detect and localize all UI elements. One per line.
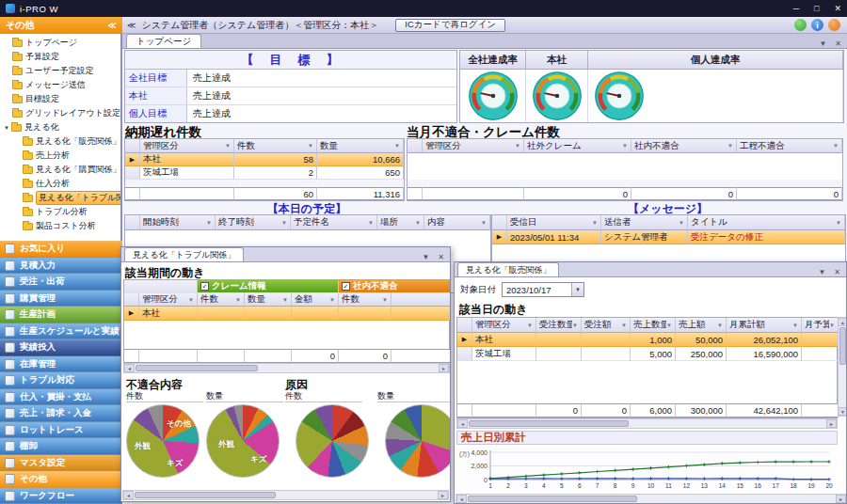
filter-icon[interactable]: ▼ bbox=[833, 143, 839, 149]
table-row[interactable]: ▶本社1,00050,00026,052,100 bbox=[457, 333, 837, 347]
column-header[interactable]: 売上額▼ bbox=[676, 318, 727, 333]
group-header-claims[interactable]: ✓クレーム情報 bbox=[198, 280, 339, 293]
column-header[interactable]: 件数▼ bbox=[234, 139, 317, 153]
filter-icon[interactable]: ▼ bbox=[621, 323, 627, 328]
tree-item[interactable]: 見える化「トラブル関係」 bbox=[0, 191, 120, 205]
alert-icon[interactable] bbox=[828, 19, 840, 31]
table-row[interactable]: ▶2023/05/01 11:34システム管理者受注データの修正 bbox=[492, 230, 845, 244]
trouble-window-menu-button[interactable]: ▼ bbox=[422, 253, 429, 261]
sales-h-scrollbar[interactable]: ◄ ► bbox=[456, 418, 838, 429]
minimize-button[interactable]: ─ bbox=[793, 4, 799, 13]
table-row[interactable]: 茨城工場5,000250,00016,590,000 bbox=[457, 347, 837, 361]
trouble-window-close-button[interactable]: ✕ bbox=[438, 253, 444, 261]
column-header[interactable]: 月予算▼ bbox=[802, 318, 839, 333]
sidebar-menu-item[interactable]: お気に入り bbox=[0, 241, 122, 258]
column-header[interactable]: 数量▼ bbox=[317, 139, 404, 153]
column-header[interactable]: 開始時刻▼ bbox=[140, 215, 216, 230]
filter-icon[interactable]: ▼ bbox=[836, 220, 841, 226]
sales-v-scrollbar[interactable]: ▲ ▼ bbox=[838, 317, 847, 417]
scroll-right-button[interactable]: ► bbox=[826, 419, 837, 428]
status-icon[interactable] bbox=[794, 19, 807, 31]
filter-icon[interactable]: ▼ bbox=[717, 323, 723, 328]
sidebar-menu-item[interactable]: 購買管理 bbox=[0, 291, 122, 307]
tree-item[interactable]: グリッドレイアウト設定 bbox=[0, 106, 120, 120]
scrollbar-thumb[interactable] bbox=[469, 420, 629, 427]
sidebar-menu-item[interactable]: 棚卸 bbox=[0, 438, 122, 455]
sidebar-menu-item[interactable]: 見積入力 bbox=[0, 258, 122, 275]
filter-icon[interactable]: ▼ bbox=[235, 297, 241, 303]
sales-bottom-scrollbar[interactable]: ◄ ► bbox=[455, 494, 847, 504]
column-header[interactable]: 月累計額▼ bbox=[727, 318, 802, 333]
tree-item[interactable]: ▼見える化 bbox=[0, 120, 120, 134]
column-header[interactable]: 件数▼ bbox=[198, 293, 245, 307]
column-header[interactable]: 売上数量▼ bbox=[631, 318, 676, 333]
filter-icon[interactable]: ▼ bbox=[792, 323, 798, 328]
filter-icon[interactable]: ▼ bbox=[415, 220, 421, 226]
sidebar-menu-item[interactable]: 売上・請求・入金 bbox=[0, 405, 122, 422]
tree-item[interactable]: ユーザー予定設定 bbox=[0, 64, 120, 78]
column-header[interactable]: 受注数量▼ bbox=[536, 318, 582, 333]
tree-item[interactable]: トップページ bbox=[0, 36, 120, 50]
tree-item[interactable]: 売上分析 bbox=[0, 149, 120, 163]
sidebar-menu-item[interactable]: ワークフロー bbox=[0, 488, 122, 504]
filter-icon[interactable]: ▼ bbox=[527, 323, 533, 328]
filter-icon[interactable]: ▼ bbox=[281, 220, 287, 226]
maximize-button[interactable]: □ bbox=[814, 4, 819, 13]
panel-collapse-button[interactable]: ≪ bbox=[127, 21, 136, 30]
tree-item[interactable]: 製品コスト分析 bbox=[0, 219, 120, 233]
column-header[interactable]: 場所▼ bbox=[377, 215, 424, 230]
sidebar-menu-item[interactable]: その他 bbox=[0, 471, 122, 488]
tab-close-button[interactable]: ✕ bbox=[835, 39, 841, 48]
tab-top-page[interactable]: トップページ bbox=[126, 34, 201, 48]
scrollbar-thumb[interactable] bbox=[135, 492, 276, 498]
filter-icon[interactable]: ▼ bbox=[515, 143, 520, 149]
sidebar-menu-item[interactable]: 在庫管理 bbox=[0, 356, 122, 373]
close-button[interactable]: ✕ bbox=[834, 4, 841, 13]
filter-icon[interactable]: ▼ bbox=[308, 143, 313, 149]
tree-item[interactable]: メッセージ送信 bbox=[0, 78, 120, 92]
sidebar-menu-item[interactable]: 仕入・買掛・支払 bbox=[0, 389, 122, 406]
scrollbar-thumb[interactable] bbox=[136, 365, 258, 371]
column-header[interactable]: 数量▼ bbox=[245, 293, 292, 307]
filter-icon[interactable]: ▼ bbox=[622, 143, 628, 149]
dropdown-arrow-icon[interactable]: ▼ bbox=[571, 283, 583, 296]
scroll-right-button[interactable]: ► bbox=[836, 495, 846, 503]
column-header[interactable]: 社外クレーム▼ bbox=[524, 139, 631, 153]
tab-sales-visualization[interactable]: 見える化「販売関係」 bbox=[457, 262, 559, 276]
scroll-left-button[interactable]: ◄ bbox=[123, 491, 134, 499]
checkbox-icon[interactable]: ✓ bbox=[200, 282, 209, 291]
target-date-select[interactable]: 2023/10/17 ▼ bbox=[502, 282, 584, 297]
scrollbar-thumb[interactable] bbox=[839, 327, 846, 365]
filter-icon[interactable]: ▼ bbox=[394, 143, 400, 149]
info-icon[interactable]: i bbox=[811, 19, 823, 31]
sidebar-collapse-button[interactable]: ≪ bbox=[108, 21, 117, 30]
column-header[interactable]: 金額▼ bbox=[292, 293, 339, 307]
sidebar-menu-item[interactable]: 実績投入 bbox=[0, 339, 122, 356]
sidebar-menu-item[interactable]: 受注・出荷 bbox=[0, 274, 122, 291]
filter-icon[interactable]: ▼ bbox=[188, 297, 194, 303]
trouble-h-scrollbar[interactable]: ◄ ► bbox=[123, 363, 450, 373]
column-header[interactable]: 管理区分▼ bbox=[140, 139, 234, 153]
filter-icon[interactable]: ▼ bbox=[481, 220, 487, 226]
sidebar-menu-item[interactable]: ロットトレース bbox=[0, 422, 122, 439]
filter-icon[interactable]: ▼ bbox=[666, 323, 672, 328]
column-header[interactable]: 予定件名▼ bbox=[291, 215, 377, 230]
tree-item[interactable]: 見える化「販売関係」 bbox=[0, 134, 120, 149]
tree-item[interactable]: トラブル分析 bbox=[0, 205, 120, 219]
column-header[interactable]: 受注額▼ bbox=[582, 318, 631, 333]
column-header[interactable]: 管理区分▼ bbox=[139, 293, 198, 307]
filter-icon[interactable]: ▼ bbox=[829, 323, 835, 328]
column-header[interactable] bbox=[392, 293, 451, 307]
tab-menu-button[interactable]: ▼ bbox=[819, 39, 826, 48]
scroll-left-button[interactable]: ◄ bbox=[124, 364, 135, 372]
checkbox-icon[interactable]: ✓ bbox=[342, 282, 350, 291]
column-header[interactable]: 終了時刻▼ bbox=[216, 215, 291, 230]
sidebar-menu-item[interactable]: 生産スケジュールと実績 bbox=[0, 323, 122, 340]
tab-trouble-visualization[interactable]: 見える化「トラブル関係」 bbox=[124, 247, 244, 261]
column-header[interactable]: 件数▼ bbox=[339, 293, 392, 307]
column-header[interactable]: 社内不適合▼ bbox=[631, 139, 737, 153]
column-header[interactable]: 内容▼ bbox=[424, 215, 490, 230]
sales-window-close-button[interactable]: ✕ bbox=[834, 268, 840, 276]
tree-item[interactable]: 仕入分析 bbox=[0, 177, 120, 191]
scrollbar-thumb[interactable] bbox=[468, 496, 637, 502]
